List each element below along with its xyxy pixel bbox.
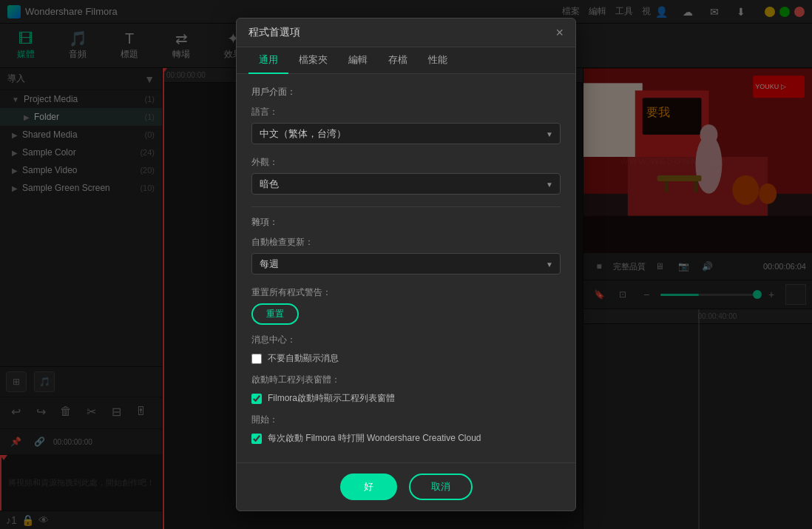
preferences-dialog: 程式首選項 × 通用 檔案夾 編輯 存檔 性能 用戶介面： 語言： 中文（繁体，… [236,18,576,511]
dialog-close-btn[interactable]: × [555,26,564,39]
theme-label: 外觀： [251,156,561,169]
open-creative-cloud-row: 每次啟動 Filmora 時打開 Wondershare Creative Cl… [251,432,561,445]
ui-section-label: 用戶介面： [251,86,561,98]
reset-all-section: 重置所有程式警告： 重置 [251,286,561,325]
no-auto-message-row: 不要自動顯示消息 [251,352,561,365]
theme-section: 外觀： 暗色亮色 [251,156,561,195]
open-creative-cloud-checkbox[interactable] [251,434,262,444]
cancel-btn[interactable]: 取消 [409,474,473,500]
open-creative-cloud-label: 每次啟動 Filmora 時打開 Wondershare Creative Cl… [268,432,481,445]
dialog-footer: 好 取消 [237,462,575,511]
show-project-list-row: Filmora啟動時顯示工程列表窗體 [251,392,561,405]
ok-btn[interactable]: 好 [340,474,397,500]
dialog-tabs: 通用 檔案夾 編輯 存檔 性能 [237,47,575,74]
divider-1 [251,206,561,207]
language-select[interactable]: 中文（繁体，台湾）English日本語한국어 [251,123,561,144]
start-section: 開始： 每次啟動 Filmora 時打開 Wondershare Creativ… [251,414,561,445]
show-project-list-checkbox[interactable] [251,394,262,404]
auto-update-label: 自動檢查更新： [251,236,561,249]
show-project-list-label: Filmora啟動時顯示工程列表窗體 [268,392,395,405]
language-section: 語言： 中文（繁体，台湾）English日本語한국어 [251,106,561,144]
dialog-overlay: 程式首選項 × 通用 檔案夾 編輯 存檔 性能 用戶介面： 語言： 中文（繁体，… [0,0,812,529]
dialog-title: 程式首選項 [248,26,300,39]
tab-edit[interactable]: 編輯 [338,47,378,74]
reset-all-label: 重置所有程式警告： [251,286,561,299]
message-center-section: 消息中心： 不要自動顯示消息 [251,334,561,365]
theme-select-wrapper: 暗色亮色 [251,173,561,195]
startup-section: 啟動時工程列表窗體： Filmora啟動時顯示工程列表窗體 [251,374,561,405]
reset-btn[interactable]: 重置 [251,303,299,325]
auto-update-select-wrapper: 每週每月從不 [251,253,561,274]
no-auto-message-label: 不要自動顯示消息 [268,352,339,365]
tab-folder[interactable]: 檔案夾 [288,47,338,74]
theme-select[interactable]: 暗色亮色 [251,173,561,195]
tab-save[interactable]: 存檔 [378,47,418,74]
auto-update-section: 自動檢查更新： 每週每月從不 [251,236,561,274]
tab-general[interactable]: 通用 [248,47,288,74]
language-select-wrapper: 中文（繁体，台湾）English日本語한국어 [251,123,561,144]
dialog-body: 用戶介面： 語言： 中文（繁体，台湾）English日本語한국어 外觀： 暗色亮… [237,74,575,462]
misc-label: 雜項： [251,216,561,229]
startup-label: 啟動時工程列表窗體： [251,374,561,386]
language-label: 語言： [251,106,561,118]
no-auto-message-checkbox[interactable] [251,354,262,364]
auto-update-select[interactable]: 每週每月從不 [251,253,561,274]
message-center-label: 消息中心： [251,334,561,346]
start-label: 開始： [251,414,561,426]
dialog-titlebar: 程式首選項 × [237,18,575,47]
tab-performance[interactable]: 性能 [418,47,458,74]
